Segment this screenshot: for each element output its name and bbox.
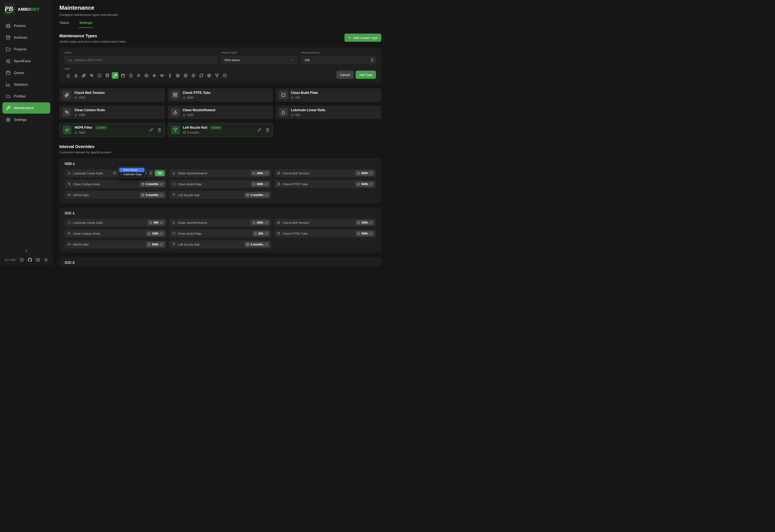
add-custom-type-button[interactable]: Add Custom Type	[344, 34, 381, 42]
icon-option-flame[interactable]	[72, 72, 79, 79]
icon-option-timer[interactable]	[127, 72, 134, 79]
delete-type-button[interactable]	[266, 128, 269, 132]
keyboard-button[interactable]	[36, 258, 40, 262]
icon-option-tube[interactable]	[104, 72, 111, 79]
type-icon-tile	[171, 126, 180, 134]
page-subtitle: Configure maintenance types and interval…	[59, 13, 381, 16]
icon-option-droplet[interactable]	[65, 72, 71, 79]
sidebar-item-maintenance[interactable]: Maintenance	[2, 102, 50, 114]
interval-badge[interactable]: 3 months	[140, 181, 165, 187]
sidebar-item-settings[interactable]: Settings	[2, 114, 50, 125]
timer-icon	[74, 96, 77, 99]
icon-option-sun[interactable]	[135, 72, 142, 79]
interval-badge[interactable]: 3 months	[244, 242, 269, 247]
info-button[interactable]	[20, 258, 24, 262]
interval-badge[interactable]: 100h	[251, 181, 269, 187]
sidebar-item-profiles[interactable]: Profiles	[2, 91, 50, 102]
icon-option-refresh[interactable]	[198, 72, 204, 79]
tab-status[interactable]: Status	[59, 21, 69, 28]
interval-type-select[interactable]: Print Hours	[221, 56, 297, 64]
wind-icon	[68, 243, 71, 246]
sidebar-item-label: Maintenance	[14, 106, 34, 110]
type-name-input[interactable]	[65, 56, 217, 64]
funnel-icon	[172, 193, 175, 197]
edit-type-button[interactable]	[149, 128, 153, 132]
icon-option-clock[interactable]	[221, 72, 228, 79]
dropdown-option-calendar-days[interactable]: ✓Calendar Days	[119, 172, 144, 176]
number-spinner[interactable]	[370, 57, 374, 62]
square-icon	[172, 232, 175, 235]
timer-icon	[129, 73, 133, 78]
sparkle-icon	[90, 73, 94, 78]
icon-option-square[interactable]	[96, 72, 103, 79]
icon-option-fan[interactable]	[143, 72, 150, 79]
github-button[interactable]	[28, 258, 32, 262]
funnel-icon	[172, 243, 175, 246]
interval-badge[interactable]: 100h	[251, 220, 269, 225]
sidebar-collapse-button[interactable]	[0, 247, 53, 255]
override-row-clean-carbon-rods: Clean Carbon Rods100h	[65, 230, 166, 237]
type-actions	[149, 128, 161, 132]
interval-hours-value: 100	[304, 58, 309, 62]
type-name: Clean Build Plate	[291, 91, 318, 95]
sidebar-item-statistics[interactable]: Statistics	[2, 79, 50, 90]
interval-badge[interactable]: 500h	[355, 170, 374, 176]
droplet-icon	[66, 73, 70, 78]
interval-badge[interactable]: 25h	[252, 231, 269, 236]
interval-hours-input[interactable]: 100	[301, 56, 376, 64]
interval-badge[interactable]: 200h	[355, 220, 374, 225]
icon-option-wrench[interactable]	[112, 72, 118, 79]
tube-icon	[105, 73, 109, 78]
interval-type-value: Print Hours	[224, 58, 240, 62]
paperclip-icon	[65, 93, 69, 97]
printer-name: X1C-2	[65, 261, 376, 265]
sidebar-item-spoolease[interactable]: SpoolEase	[2, 55, 50, 67]
delete-type-button[interactable]	[158, 128, 161, 132]
icon-option-wind[interactable]	[159, 72, 165, 79]
brand[interactable]: PB AMBUDDY	[0, 0, 53, 18]
icon-option-calendar[interactable]	[119, 72, 126, 79]
dropdown-option-print-hours[interactable]: Print Hours	[119, 168, 144, 172]
interval-badge[interactable]: 50h	[147, 220, 165, 225]
icon-option-funnel[interactable]	[213, 72, 220, 79]
override-task-name: Clean Build Plate	[178, 232, 201, 235]
droplet-icon	[68, 221, 71, 224]
ok-button[interactable]: OK	[155, 170, 165, 176]
override-task-name: Left Nozzle Rail	[178, 193, 199, 197]
sidebar-item-queue[interactable]: Queue	[2, 67, 50, 78]
sidebar: PB AMBUDDY PrintersArchivesProjectsSpool…	[0, 0, 53, 266]
pencil-icon	[265, 221, 267, 224]
sidebar-item-projects[interactable]: Projects	[2, 44, 50, 55]
tab-settings[interactable]: Settings	[79, 21, 93, 28]
interval-badge[interactable]: 500h	[355, 181, 374, 187]
icon-option-box[interactable]	[182, 72, 189, 79]
number-spinner[interactable]	[149, 171, 152, 175]
icon-option-thermometer[interactable]	[166, 72, 173, 79]
fan-icon	[144, 73, 148, 78]
interval-badge[interactable]: 3 months	[244, 192, 269, 198]
icon-option-gear[interactable]	[206, 72, 212, 79]
sun-button[interactable]	[44, 258, 48, 262]
edit-type-button[interactable]	[257, 128, 261, 132]
cancel-button[interactable]: Cancel	[336, 71, 353, 79]
interval-badge[interactable]: 500h	[146, 242, 165, 247]
type-actions	[257, 128, 269, 132]
gear-icon	[6, 117, 11, 122]
add-type-button[interactable]: Add Type	[355, 71, 376, 79]
interval-badge[interactable]: 100h	[146, 231, 165, 236]
icon-option-target[interactable]	[190, 72, 197, 79]
pencil-icon	[369, 232, 372, 235]
override-task-name: HEPA Filter	[73, 243, 89, 246]
icon-option-paperclip[interactable]	[80, 72, 87, 79]
interval-badge[interactable]: 500h	[355, 231, 374, 236]
override-task-name: Clean Carbon Rods	[73, 232, 100, 235]
icon-option-zap[interactable]	[151, 72, 158, 79]
calendar-mode-button[interactable]	[113, 171, 117, 175]
icon-option-sparkle[interactable]	[88, 72, 95, 79]
icon-option-layers[interactable]	[174, 72, 181, 79]
interval-badge[interactable]: 3 months	[140, 192, 165, 198]
cloud-icon	[6, 94, 11, 99]
sidebar-item-archives[interactable]: Archives	[2, 32, 50, 43]
sidebar-item-printers[interactable]: Printers	[2, 20, 50, 31]
interval-badge[interactable]: 100h	[251, 170, 269, 176]
